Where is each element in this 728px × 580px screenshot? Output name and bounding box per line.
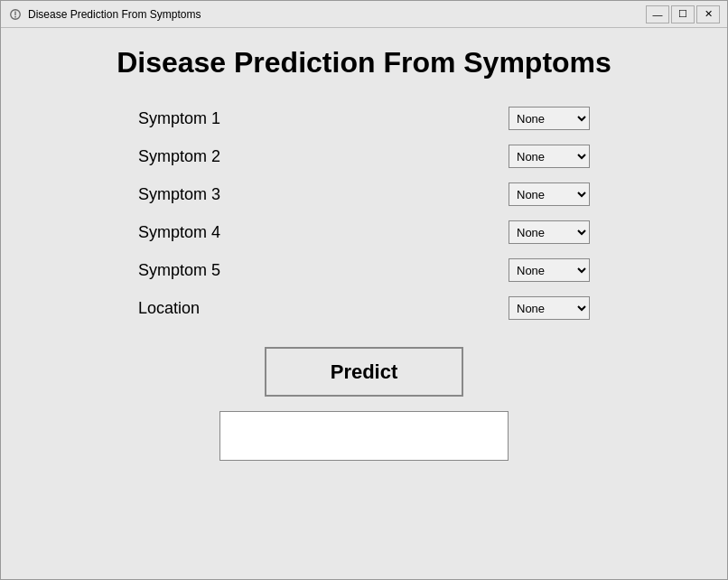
symptom5-row: Symptom 5 None: [138, 258, 590, 282]
predict-button[interactable]: Predict: [265, 347, 463, 397]
symptom2-row: Symptom 2 None: [138, 145, 590, 168]
symptom2-label: Symptom 2: [138, 147, 247, 166]
symptom3-select[interactable]: None: [509, 182, 590, 206]
symptom4-select[interactable]: None: [509, 220, 590, 244]
main-window: Disease Prediction From Symptoms — ☐ ✕ D…: [0, 0, 728, 580]
content-area: Disease Prediction From Symptoms Symptom…: [1, 28, 727, 579]
svg-point-2: [14, 15, 16, 17]
location-label: Location: [138, 299, 247, 318]
symptom3-label: Symptom 3: [138, 185, 247, 204]
location-select[interactable]: None: [509, 296, 590, 320]
symptom4-label: Symptom 4: [138, 223, 247, 242]
location-row: Location None: [138, 296, 590, 320]
symptom1-row: Symptom 1 None: [138, 107, 590, 130]
symptom1-select[interactable]: None: [509, 107, 590, 130]
close-button[interactable]: ✕: [696, 5, 720, 23]
output-box: [219, 411, 509, 461]
minimize-button[interactable]: —: [646, 5, 669, 23]
symptom4-row: Symptom 4 None: [138, 220, 590, 244]
app-icon: [8, 7, 23, 22]
form-container: Symptom 1 None Symptom 2 None Symptom 3 …: [19, 107, 709, 320]
page-title: Disease Prediction From Symptoms: [117, 46, 611, 80]
symptom3-row: Symptom 3 None: [138, 182, 590, 206]
symptom5-select[interactable]: None: [509, 258, 590, 282]
window-title: Disease Prediction From Symptoms: [28, 8, 646, 21]
symptom1-label: Symptom 1: [138, 109, 247, 128]
symptom5-label: Symptom 5: [138, 261, 247, 280]
maximize-button[interactable]: ☐: [671, 5, 695, 23]
title-bar: Disease Prediction From Symptoms — ☐ ✕: [1, 1, 727, 28]
window-controls: — ☐ ✕: [646, 5, 720, 23]
symptom2-select[interactable]: None: [509, 145, 590, 168]
